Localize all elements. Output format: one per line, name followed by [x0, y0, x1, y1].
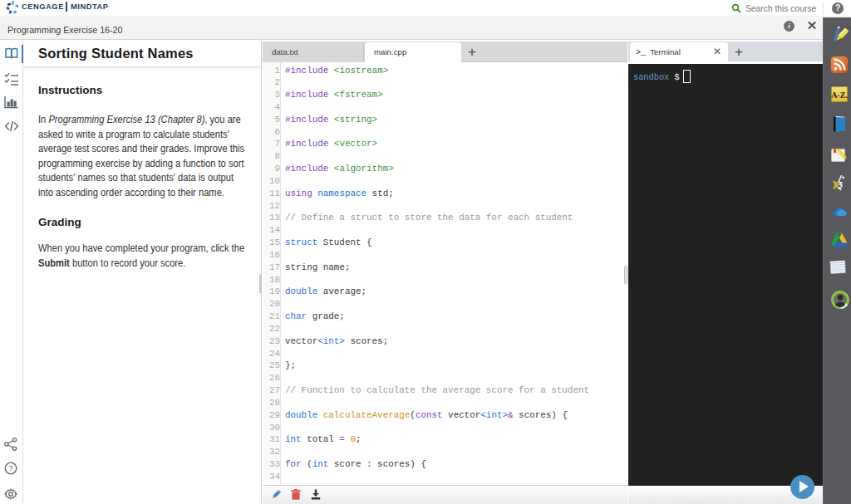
svg-text:?: ?	[8, 463, 12, 472]
svg-text:A-Z.: A-Z.	[831, 91, 848, 100]
